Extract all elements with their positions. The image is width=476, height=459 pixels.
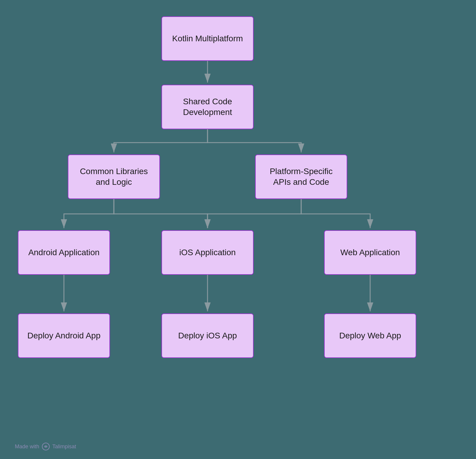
watermark-logo-icon	[42, 442, 50, 451]
connectors-svg	[0, 0, 476, 459]
node-shared-code: Shared Code Development	[161, 85, 254, 129]
node-deploy-android: Deploy Android App	[18, 313, 110, 358]
node-platform-apis: Platform-Specific APIs and Code	[255, 154, 347, 199]
node-kotlin: Kotlin Multiplatform	[161, 16, 254, 61]
node-common-libs: Common Libraries and Logic	[68, 154, 160, 199]
node-deploy-web: Deploy Web App	[324, 313, 416, 358]
node-android-app: Android Application	[18, 230, 110, 275]
diagram-container: Kotlin Multiplatform Shared Code Develop…	[0, 0, 476, 459]
watermark-brand: Talimpisat	[52, 444, 76, 450]
node-ios-app: iOS Application	[161, 230, 254, 275]
watermark-text: Made with	[15, 444, 39, 450]
watermark: Made with Talimpisat	[15, 442, 76, 451]
node-web-app: Web Application	[324, 230, 416, 275]
node-deploy-ios: Deploy iOS App	[161, 313, 254, 358]
